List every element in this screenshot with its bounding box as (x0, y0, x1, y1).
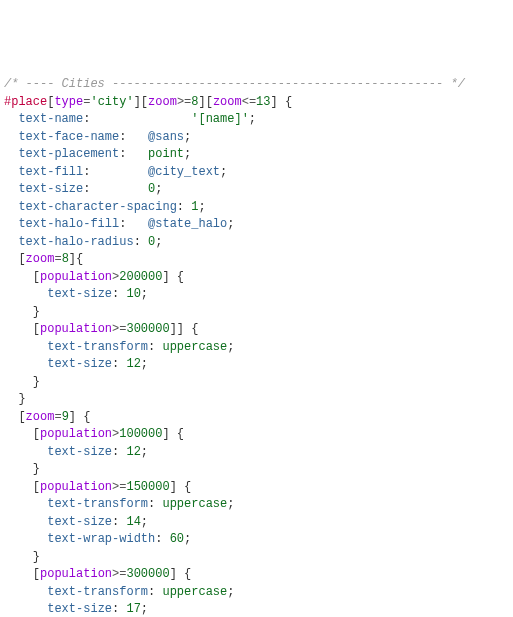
code-line: text-transform: uppercase; (4, 584, 509, 602)
code-line: /* ---- Cities -------------------------… (4, 76, 509, 94)
code-line: [population>=150000] { (4, 479, 509, 497)
code-line: text-transform: uppercase; (4, 496, 509, 514)
code-line: text-face-name: @sans; (4, 129, 509, 147)
code-line: [population>=300000] { (4, 566, 509, 584)
code-line: text-fill: @city_text; (4, 164, 509, 182)
code-line: text-size: 12; (4, 444, 509, 462)
code-block: /* ---- Cities -------------------------… (4, 76, 509, 617)
code-line: text-character-spacing: 1; (4, 199, 509, 217)
code-line: #place[type='city'][zoom>=8][zoom<=13] { (4, 94, 509, 112)
code-line: text-transform: uppercase; (4, 339, 509, 357)
code-line: [population>100000] { (4, 426, 509, 444)
code-line: text-placement: point; (4, 146, 509, 164)
code-line: text-size: 0; (4, 181, 509, 199)
code-line: } (4, 549, 509, 567)
code-line: text-size: 10; (4, 286, 509, 304)
code-line: text-wrap-width: 60; (4, 531, 509, 549)
code-line: [zoom=8]{ (4, 251, 509, 269)
code-line: text-size: 14; (4, 514, 509, 532)
code-line: } (4, 461, 509, 479)
code-line: [population>200000] { (4, 269, 509, 287)
code-line: text-size: 12; (4, 356, 509, 374)
code-line: text-halo-radius: 0; (4, 234, 509, 252)
code-line: text-size: 17; (4, 601, 509, 617)
code-line: text-name: '[name]'; (4, 111, 509, 129)
code-line: [zoom=9] { (4, 409, 509, 427)
code-line: } (4, 391, 509, 409)
code-line: [population>=300000]] { (4, 321, 509, 339)
code-line: } (4, 304, 509, 322)
code-line: text-halo-fill: @state_halo; (4, 216, 509, 234)
code-line: } (4, 374, 509, 392)
